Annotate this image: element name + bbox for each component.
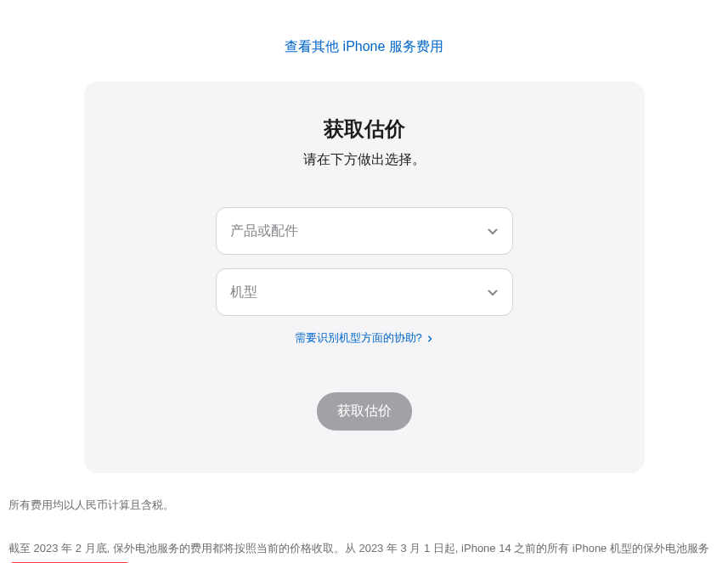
help-link-label: 需要识别机型方面的协助?	[295, 331, 422, 344]
product-select[interactable]: 产品或配件	[216, 207, 513, 255]
footer-note-2-text: 截至 2023 年 2 月底, 保外电池服务的费用都将按照当前的价格收取。从 2…	[8, 542, 709, 555]
other-services-link[interactable]: 查看其他 iPhone 服务费用	[285, 39, 443, 53]
estimate-card: 获取估价 请在下方做出选择。 产品或配件 机型 需要识别机型方面的协助? 获取估…	[84, 82, 645, 473]
card-subtitle: 请在下方做出选择。	[127, 151, 602, 169]
card-title: 获取估价	[127, 115, 602, 143]
get-estimate-button[interactable]: 获取估价	[317, 392, 412, 431]
product-select-wrap: 产品或配件	[216, 207, 513, 255]
footer-note-2: 截至 2023 年 2 月底, 保外电池服务的费用都将按照当前的价格收取。从 2…	[8, 538, 720, 563]
model-select-wrap: 机型	[216, 268, 513, 316]
chevron-right-icon	[426, 332, 433, 345]
model-select[interactable]: 机型	[216, 268, 513, 316]
identify-model-help-link[interactable]: 需要识别机型方面的协助?	[295, 331, 434, 344]
help-link-wrap: 需要识别机型方面的协助?	[127, 329, 602, 346]
other-services-link-wrap: 查看其他 iPhone 服务费用	[8, 38, 720, 56]
footer-note-1: 所有费用均以人民币计算且含税。	[8, 494, 720, 516]
